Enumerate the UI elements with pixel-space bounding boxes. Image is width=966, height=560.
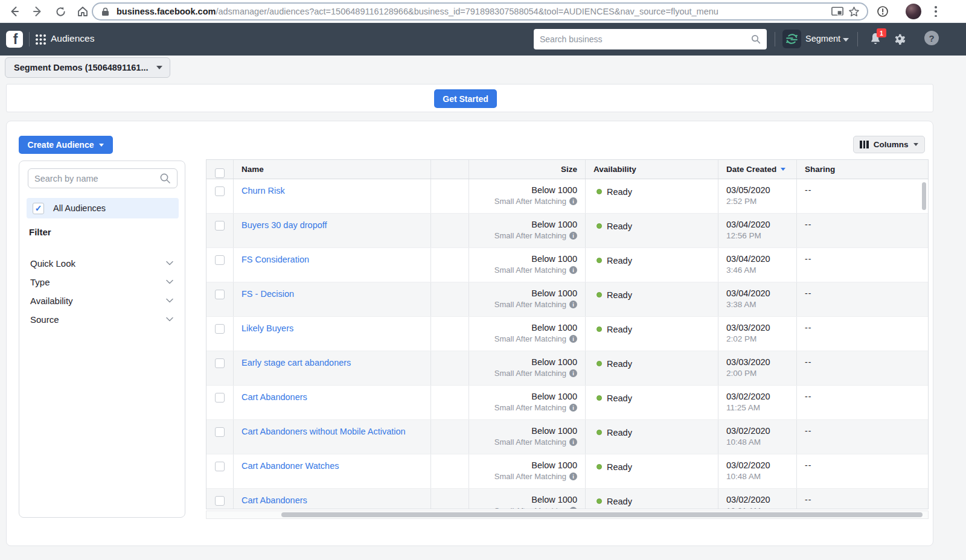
row-checkbox-cell: [206, 420, 234, 454]
all-audiences-checkbox[interactable]: ✓: [33, 203, 44, 214]
select-all-checkbox[interactable]: [215, 168, 225, 178]
refresh-icon[interactable]: [53, 4, 68, 19]
url-bar[interactable]: business.facebook.com/adsmanager/audienc…: [92, 2, 868, 21]
help-icon[interactable]: ?: [924, 31, 939, 45]
info-icon[interactable]: i: [569, 232, 577, 240]
info-icon[interactable]: i: [569, 472, 577, 480]
header-size[interactable]: Size: [469, 160, 586, 179]
filter-source[interactable]: Source: [30, 313, 175, 326]
header-date-created[interactable]: Date Created: [718, 160, 797, 179]
audience-name-link[interactable]: Cart Abandoners: [242, 392, 307, 402]
business-search[interactable]: [534, 29, 767, 49]
segment-logo[interactable]: [782, 30, 801, 48]
audience-name-link[interactable]: Cart Abandoners without Mobile Activatio…: [242, 427, 406, 436]
ready-status-dot: [597, 189, 602, 194]
home-icon[interactable]: [75, 4, 90, 19]
row-checkbox[interactable]: [215, 324, 225, 334]
chevron-down-icon: [164, 276, 175, 287]
all-audiences-option[interactable]: ✓ All Audiences: [27, 198, 179, 218]
chevron-down-icon: [164, 295, 175, 306]
row-checkbox[interactable]: [215, 393, 225, 402]
size-cell: Below 1000 Small After Matchingi: [469, 489, 586, 509]
ready-status-dot: [597, 395, 602, 401]
row-checkbox[interactable]: [215, 496, 225, 506]
notifications-bell-icon[interactable]: 1: [868, 31, 884, 47]
table-row: Likely Buyers Below 1000 Small After Mat…: [206, 317, 928, 351]
date-created-cell: 03/04/2020 3:38 AM: [718, 282, 797, 316]
account-caret-icon: [156, 66, 162, 69]
row-checkbox-cell: [206, 248, 234, 282]
availability-cell: Ready: [586, 214, 718, 247]
info-icon[interactable]: i: [569, 335, 577, 343]
audience-search[interactable]: [28, 168, 178, 188]
row-checkbox[interactable]: [215, 186, 225, 196]
extension-icon[interactable]: [875, 4, 890, 19]
chevron-down-icon: [164, 258, 175, 269]
header-sharing[interactable]: Sharing: [797, 160, 928, 179]
table-row: Cart Abandoner Watches Below 1000 Small …: [206, 454, 928, 489]
header-availability[interactable]: Availability: [586, 160, 718, 179]
business-dropdown-caret-icon[interactable]: [843, 38, 849, 42]
audience-name-link[interactable]: Likely Buyers: [242, 323, 293, 333]
name-cell: Cart Abandoner Watches: [234, 454, 431, 488]
columns-button[interactable]: Columns: [853, 136, 925, 153]
row-checkbox[interactable]: [215, 255, 225, 265]
audience-name-link[interactable]: Churn Risk: [242, 186, 285, 196]
horizontal-scrollbar[interactable]: [206, 511, 929, 519]
availability-cell: Ready: [586, 454, 718, 488]
table-row: Early stage cart abandoners Below 1000 S…: [206, 351, 928, 386]
filter-availability[interactable]: Availability: [30, 294, 175, 307]
cast-icon[interactable]: [831, 7, 843, 17]
vertical-scrollbar[interactable]: [922, 182, 926, 210]
account-selector[interactable]: Segment Demos (15064891161...: [5, 57, 170, 78]
empty-cell: [431, 386, 469, 419]
info-icon[interactable]: i: [569, 266, 577, 274]
apps-grid-icon[interactable]: [35, 34, 46, 45]
info-icon[interactable]: i: [569, 369, 577, 377]
row-checkbox[interactable]: [215, 462, 225, 471]
info-icon[interactable]: i: [569, 197, 577, 205]
info-icon[interactable]: i: [569, 507, 577, 509]
row-checkbox-cell: [206, 317, 234, 351]
facebook-logo[interactable]: f: [6, 31, 23, 48]
ready-status-dot: [597, 498, 602, 504]
create-audience-caret-icon: [99, 144, 104, 147]
search-icon: [159, 173, 171, 184]
size-cell: Below 1000 Small After Matchingi: [469, 248, 586, 282]
settings-gear-icon[interactable]: [892, 31, 908, 47]
audience-name-link[interactable]: FS Consideration: [242, 255, 309, 264]
audience-name-link[interactable]: Buyers 30 day dropoff: [242, 220, 327, 230]
bookmark-star-icon[interactable]: [848, 6, 860, 18]
date-created-cell: 03/04/2020 3:46 AM: [718, 248, 797, 282]
info-icon[interactable]: i: [569, 301, 577, 308]
business-name[interactable]: Segment: [805, 34, 840, 43]
header-name[interactable]: Name: [234, 160, 431, 179]
select-all-cell: [206, 160, 234, 179]
audience-name-link[interactable]: Cart Abandoner Watches: [242, 461, 339, 471]
name-cell: FS Consideration: [234, 248, 431, 282]
horizontal-scrollbar-thumb[interactable]: [281, 512, 923, 517]
row-checkbox[interactable]: [215, 221, 225, 231]
row-checkbox[interactable]: [215, 290, 225, 299]
get-started-button[interactable]: Get Started: [434, 89, 497, 108]
filter-type[interactable]: Type: [30, 275, 175, 288]
name-cell: Cart Abandoners: [234, 386, 431, 419]
audience-name-link[interactable]: Early stage cart abandoners: [242, 358, 351, 368]
audience-name-link[interactable]: Cart Abandoners: [242, 495, 307, 505]
audience-name-link[interactable]: FS - Decision: [242, 289, 294, 299]
back-icon[interactable]: [7, 4, 22, 19]
empty-cell: [431, 214, 469, 247]
browser-menu-icon[interactable]: [933, 5, 938, 18]
filter-quick-look[interactable]: Quick Look: [30, 256, 175, 270]
browser-toolbar: business.facebook.com/adsmanager/audienc…: [0, 0, 966, 23]
forward-icon[interactable]: [30, 4, 45, 19]
business-search-input[interactable]: [540, 34, 751, 44]
browser-profile-avatar[interactable]: [906, 4, 921, 19]
row-checkbox[interactable]: [215, 427, 225, 437]
audience-search-input[interactable]: [34, 174, 159, 183]
row-checkbox[interactable]: [215, 358, 225, 368]
row-checkbox-cell: [206, 454, 234, 488]
info-icon[interactable]: i: [569, 438, 577, 446]
create-audience-button[interactable]: Create Audience: [19, 136, 113, 154]
info-icon[interactable]: i: [569, 404, 577, 412]
